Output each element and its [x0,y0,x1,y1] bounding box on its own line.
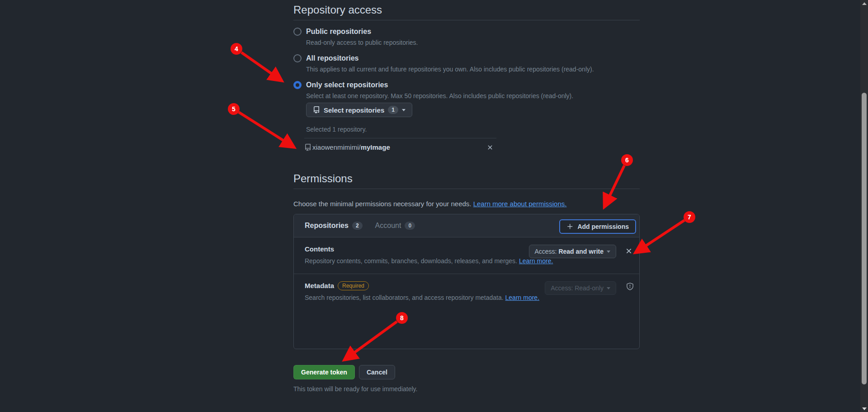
select-repositories-label: Select repositories [324,106,384,114]
annotation-circle-4 [231,43,242,55]
option-description: Select at least one repository. Max 50 r… [306,91,640,100]
option-label[interactable]: Only select repositories [306,80,388,90]
permissions-intro: Choose the minimal permissions necessary… [293,199,640,208]
selected-count-badge: 1 [388,106,398,114]
radio-only-select-repositories[interactable] [293,81,302,89]
option-description: Read-only access to public repositories. [306,38,640,47]
annotation-circle-7 [684,211,695,223]
svg-text:5: 5 [232,105,236,113]
option-description: This applies to all current and future r… [306,65,640,74]
selected-repo-name: xiaowenmimimi/myImage [312,143,390,151]
permission-row-contents: Contents Repository contents, commits, b… [294,237,639,274]
repository-access-heading: Repository access [293,4,640,20]
remove-permission-button[interactable] [625,247,633,257]
close-icon [625,247,633,255]
selected-repo-list: xiaowenmimimi/myImage [304,138,496,156]
chevron-down-icon [402,109,406,111]
account-count-badge: 0 [405,222,415,230]
tab-repositories[interactable]: Repositories 2 [305,222,363,230]
scroll-up-icon[interactable] [862,2,867,5]
option-public-repositories: Public repositories Read-only access to … [293,27,640,47]
option-label[interactable]: All repositories [306,53,359,63]
generate-token-button[interactable]: Generate token [293,365,355,379]
main-content: Repository access Public repositories Re… [293,0,640,393]
svg-text:7: 7 [688,213,691,221]
annotation-circle-5 [228,103,240,115]
learn-more-link[interactable]: Learn more. [505,294,539,301]
form-actions: Generate token Cancel [293,365,640,379]
token-ready-note: This token will be ready for use immedia… [293,385,640,393]
chevron-down-icon [607,251,610,253]
access-dropdown-contents[interactable]: Access: Read and write [529,245,617,258]
remove-repo-button[interactable] [486,144,494,153]
permissions-heading: Permissions [293,172,640,189]
chevron-down-icon [607,287,610,289]
learn-more-permissions-link[interactable]: Learn more about permissions. [473,200,567,208]
scrollbar[interactable] [860,0,868,412]
learn-more-link[interactable]: Learn more. [519,257,553,265]
radio-public-repositories[interactable] [293,28,302,36]
repo-icon [304,144,311,151]
option-all-repositories: All repositories This applies to all cur… [293,53,640,74]
cancel-button[interactable]: Cancel [359,365,395,379]
svg-text:4: 4 [235,45,238,52]
plus-icon [566,223,574,230]
option-label[interactable]: Public repositories [306,27,371,37]
selected-repo-row: xiaowenmimimi/myImage [304,138,496,156]
repositories-count-badge: 2 [352,222,363,230]
scrollbar-thumb[interactable] [862,93,867,384]
required-badge: Required [338,281,369,290]
tab-account[interactable]: Account 0 [375,222,415,230]
permissions-panel: Repositories 2 Account 0 Add permissions… [293,214,640,349]
scroll-down-icon[interactable] [862,407,867,410]
access-dropdown-metadata: Access: Read-only [545,281,616,295]
repo-icon [313,106,320,114]
shield-alert-icon [626,283,634,292]
permissions-panel-header: Repositories 2 Account 0 Add permissions [294,214,639,237]
select-repositories-button[interactable]: Select repositories 1 [306,103,412,117]
option-only-select-repositories: Only select repositories Select at least… [293,80,640,100]
selected-summary: Selected 1 repository. [306,125,640,134]
close-icon [486,144,494,151]
permission-row-metadata: Metadata Required Search repositories, l… [294,274,639,310]
radio-all-repositories[interactable] [293,54,302,62]
add-permissions-button[interactable]: Add permissions [559,219,636,234]
